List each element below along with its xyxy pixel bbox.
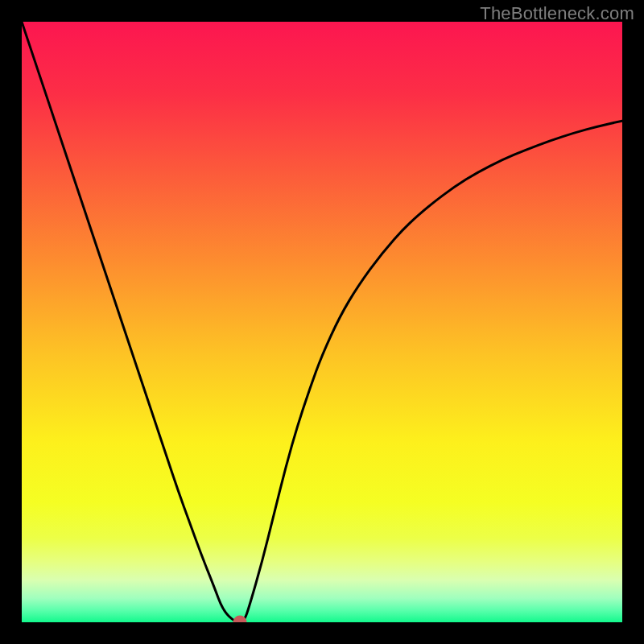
- watermark-text: TheBottleneck.com: [480, 3, 634, 24]
- chart-frame: TheBottleneck.com: [0, 0, 644, 644]
- bottleneck-curve: [22, 22, 622, 622]
- plot-area: [22, 22, 622, 622]
